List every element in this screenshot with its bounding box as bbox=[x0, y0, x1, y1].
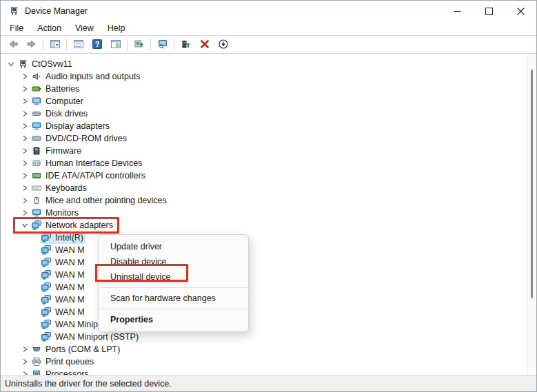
chevron-right-icon[interactable] bbox=[19, 120, 31, 132]
tree-item-label: Display adapters bbox=[43, 121, 112, 132]
minimize-icon bbox=[454, 8, 461, 15]
chevron-right-icon[interactable] bbox=[19, 107, 31, 120]
tree-item-mice-and-other-pointing-devices[interactable]: Mice and other pointing devices bbox=[1, 194, 169, 207]
tree-item-dvd-cd-rom-drives[interactable]: DVD/CD-ROM drives bbox=[1, 132, 129, 145]
menu-file[interactable]: File bbox=[3, 22, 30, 34]
status-bar: Uninstalls the driver for the selected d… bbox=[1, 375, 536, 391]
tree-item-monitors[interactable]: Monitors bbox=[1, 207, 81, 219]
toolbar: ? bbox=[1, 37, 536, 54]
minimize-button[interactable] bbox=[441, 1, 473, 21]
properties-button[interactable] bbox=[69, 37, 88, 53]
tree-item-label: Audio inputs and outputs bbox=[43, 71, 143, 83]
scrollbar-thumb[interactable] bbox=[531, 70, 533, 298]
show-console-tree-button[interactable] bbox=[45, 37, 64, 53]
uninstall-device-button[interactable] bbox=[195, 37, 214, 53]
window-props-icon bbox=[73, 39, 84, 52]
menu-help[interactable]: Help bbox=[101, 22, 132, 34]
network-icon bbox=[41, 294, 53, 305]
ide-icon bbox=[31, 170, 43, 181]
tree-item-label: Human Interface Devices bbox=[43, 158, 144, 169]
firmware-icon bbox=[31, 145, 43, 156]
tree-item-print-queues[interactable]: Print queues bbox=[1, 355, 96, 368]
update-driver-button[interactable] bbox=[176, 37, 195, 53]
tree-item-wan-m[interactable]: WAN M bbox=[1, 244, 87, 256]
tree-item-label: Keyboards bbox=[43, 183, 89, 194]
tree-item-batteries[interactable]: Batteries bbox=[1, 83, 81, 95]
tree-item-label: WAN M bbox=[53, 282, 87, 293]
tree-item-network-adapters[interactable]: Network adapters bbox=[1, 219, 115, 231]
network-icon bbox=[41, 307, 53, 318]
network-icon bbox=[41, 257, 53, 268]
monitor-icon bbox=[31, 207, 43, 218]
tree-item-disk-drives[interactable]: Disk drives bbox=[1, 107, 90, 120]
tree-item-wan-m[interactable]: WAN M bbox=[1, 281, 87, 293]
tree-item-ports-com-lpt[interactable]: Ports (COM & LPT) bbox=[1, 343, 122, 355]
tree-item-label: WAN M bbox=[53, 257, 87, 269]
chevron-right-icon[interactable] bbox=[19, 355, 31, 368]
tree-item-computer[interactable]: Computer bbox=[1, 95, 85, 107]
tree-item-label: IDE ATA/ATAPI controllers bbox=[43, 170, 148, 182]
scan-for-hardware-changes-button[interactable] bbox=[130, 37, 148, 53]
chevron-right-icon[interactable] bbox=[19, 157, 31, 169]
tree-item-firmware[interactable]: Firmware bbox=[1, 145, 83, 157]
context-menu-item-scan-for-hardware-changes[interactable]: Scan for hardware changes bbox=[99, 291, 248, 306]
chevron-right-icon[interactable] bbox=[19, 70, 31, 83]
tree-item-display-adapters[interactable]: Display adapters bbox=[1, 120, 112, 132]
back-button[interactable] bbox=[3, 37, 22, 53]
device-tree: CtOSvw11Audio inputs and outputsBatterie… bbox=[1, 54, 526, 376]
tree-item-label: Network adapters bbox=[43, 220, 115, 231]
chevron-right-icon[interactable] bbox=[19, 145, 31, 157]
tree-item-wan-m[interactable]: WAN M bbox=[1, 306, 87, 318]
computer-view-button[interactable] bbox=[153, 37, 172, 53]
tree-item-wan-m[interactable]: WAN M bbox=[1, 293, 87, 306]
context-menu-item-update-driver[interactable]: Update driver bbox=[99, 239, 248, 254]
chevron-right-icon[interactable] bbox=[19, 207, 31, 219]
title-bar: Device Manager bbox=[1, 1, 536, 21]
show-action-pane-button[interactable] bbox=[106, 37, 125, 53]
window-title: Device Manager bbox=[25, 6, 88, 16]
chevron-right-icon[interactable] bbox=[19, 182, 31, 194]
tree-item-intel-r[interactable]: Intel(R) bbox=[1, 231, 85, 244]
red-x-icon bbox=[199, 39, 210, 52]
context-menu: Update driverDisable deviceUninstall dev… bbox=[98, 234, 249, 332]
tree-item-human-interface-devices[interactable]: Human Interface Devices bbox=[1, 157, 144, 169]
tree-item-label: WAN Miniport (SSTP) bbox=[53, 331, 141, 343]
tree-item-label: Batteries bbox=[43, 83, 81, 95]
tree-item-keyboards[interactable]: Keyboards bbox=[1, 182, 89, 194]
tree-item-label: Computer bbox=[43, 96, 85, 107]
device-manager-app-icon bbox=[8, 6, 19, 17]
chevron-right-icon[interactable] bbox=[19, 83, 31, 95]
help-button[interactable]: ? bbox=[88, 37, 106, 53]
chevron-down-icon[interactable] bbox=[19, 219, 31, 231]
context-menu-item-disable-device[interactable]: Disable device bbox=[99, 254, 248, 269]
forward-button[interactable] bbox=[22, 37, 41, 53]
chevron-right-icon[interactable] bbox=[19, 132, 31, 145]
vertical-scrollbar[interactable] bbox=[527, 54, 536, 376]
tree-item-ctosvw11[interactable]: CtOSvw11 bbox=[1, 58, 74, 70]
menu-view[interactable]: View bbox=[68, 22, 101, 34]
tree-item-wan-miniport-sstp[interactable]: WAN Miniport (SSTP) bbox=[1, 331, 141, 343]
tree-item-label: DVD/CD-ROM drives bbox=[43, 133, 129, 145]
tree-item-audio-inputs-and-outputs[interactable]: Audio inputs and outputs bbox=[1, 70, 143, 83]
chevron-right-icon[interactable] bbox=[19, 95, 31, 107]
mouse-icon bbox=[31, 195, 43, 206]
tree-item-wan-m[interactable]: WAN M bbox=[1, 269, 87, 281]
chevron-right-icon[interactable] bbox=[19, 194, 31, 207]
context-menu-item-uninstall-device[interactable]: Uninstall device bbox=[99, 269, 248, 285]
tree-item-wan-m[interactable]: WAN M bbox=[1, 256, 87, 269]
keyboard-icon bbox=[31, 183, 43, 194]
disk-icon bbox=[31, 108, 43, 119]
chevron-right-icon[interactable] bbox=[19, 343, 31, 355]
disable-device-button[interactable] bbox=[214, 37, 232, 53]
maximize-button[interactable] bbox=[473, 1, 505, 21]
tree-item-label: Intel(R) bbox=[53, 232, 85, 244]
toolbar-separator bbox=[127, 39, 128, 51]
close-button[interactable] bbox=[505, 1, 536, 21]
tree-item-ide-ata-atapi-controllers[interactable]: IDE ATA/ATAPI controllers bbox=[1, 169, 148, 182]
hid-icon bbox=[31, 158, 43, 169]
menu-action[interactable]: Action bbox=[30, 22, 68, 34]
toolbar-separator bbox=[174, 39, 174, 51]
chevron-right-icon[interactable] bbox=[19, 169, 31, 182]
chevron-down-icon[interactable] bbox=[5, 58, 17, 70]
context-menu-item-properties[interactable]: Properties bbox=[99, 312, 248, 327]
